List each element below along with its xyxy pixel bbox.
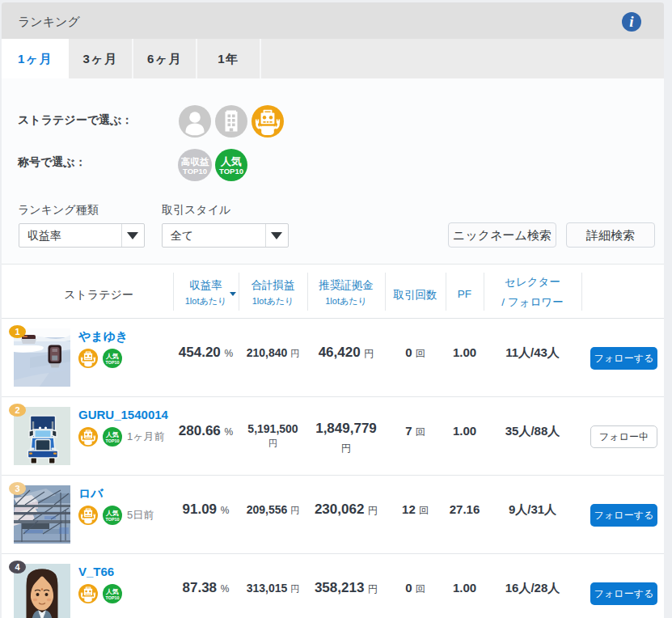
svg-text:TOP10: TOP10 (106, 517, 120, 522)
svg-text:TOP10: TOP10 (219, 167, 243, 176)
svg-text:TOP10: TOP10 (106, 595, 120, 600)
svg-text:人気: 人気 (220, 155, 242, 167)
svg-text:人気: 人気 (105, 431, 119, 438)
svg-text:TOP10: TOP10 (106, 438, 120, 443)
svg-text:人気: 人気 (105, 588, 119, 595)
svg-text:人気: 人気 (105, 510, 119, 517)
svg-text:TOP10: TOP10 (183, 167, 207, 176)
svg-text:高収益: 高収益 (181, 157, 209, 167)
svg-text:TOP10: TOP10 (106, 360, 120, 365)
svg-text:人気: 人気 (105, 353, 119, 360)
